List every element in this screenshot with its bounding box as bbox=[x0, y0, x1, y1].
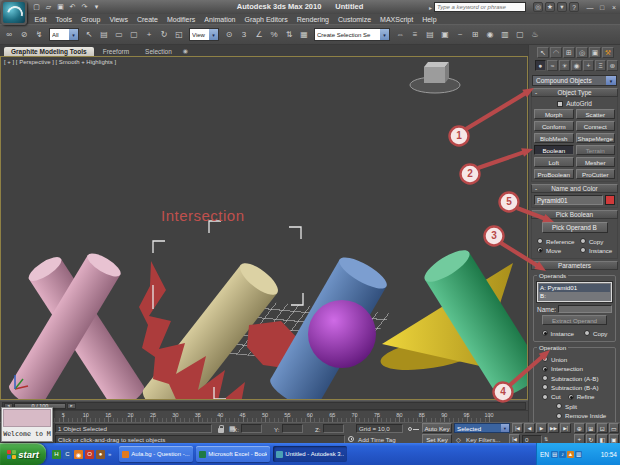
menu-graph-editors[interactable]: Graph Editors bbox=[240, 16, 292, 23]
3ds-max-logo[interactable] bbox=[1, 0, 27, 25]
start-button[interactable]: start bbox=[0, 443, 46, 465]
object-type-mesher-button[interactable]: Mesher bbox=[576, 157, 616, 167]
search-input[interactable] bbox=[434, 2, 526, 12]
clock[interactable]: 10:54 bbox=[601, 451, 617, 458]
quick-launch-1-icon[interactable]: H bbox=[52, 450, 61, 459]
menu-create[interactable]: Create bbox=[132, 16, 162, 23]
hierarchy-tab-icon[interactable]: ⊞ bbox=[563, 47, 575, 58]
menu-edit[interactable]: Edit bbox=[30, 16, 51, 23]
category-dropdown[interactable]: Compound Objects ▾ bbox=[532, 75, 617, 86]
search-communication-icon[interactable]: ◎ bbox=[533, 2, 543, 12]
reference-coordinate-dropdown[interactable]: View▾ bbox=[189, 28, 219, 41]
new-file-icon[interactable]: ▢ bbox=[31, 1, 42, 12]
menu-maxscript[interactable]: MAXScript bbox=[376, 16, 418, 23]
dropdown-arrow-icon[interactable]: ▾ bbox=[380, 29, 389, 40]
operation-cut[interactable]: Cut bbox=[542, 393, 561, 402]
material-editor-icon[interactable]: ◉ bbox=[483, 27, 497, 43]
spinner-snap-icon[interactable]: ⇅ bbox=[282, 27, 296, 43]
collapse-icon[interactable]: - bbox=[535, 262, 537, 270]
minimize-button[interactable]: — bbox=[586, 4, 594, 11]
object-type-blobmesh-button[interactable]: BlobMesh bbox=[534, 133, 574, 143]
keyframe-icon[interactable]: ◇ bbox=[456, 436, 461, 443]
language-indicator[interactable]: EN bbox=[540, 451, 549, 458]
zoom-all-icon[interactable]: ⊞ bbox=[586, 423, 597, 433]
dropdown-arrow-icon[interactable]: ▾ bbox=[69, 29, 78, 40]
isolate-key-icon[interactable] bbox=[408, 427, 412, 431]
cut-split[interactable]: Split bbox=[556, 402, 611, 411]
collapse-icon[interactable]: - bbox=[535, 211, 537, 219]
motion-tab-icon[interactable]: ◎ bbox=[576, 47, 588, 58]
ribbon-tab-selection[interactable]: Selection bbox=[138, 47, 179, 56]
object-type-terrain-button[interactable]: Terrain bbox=[576, 145, 616, 155]
parameters-header[interactable]: - Parameters bbox=[531, 261, 618, 270]
zoom-icon[interactable]: ⊕ bbox=[574, 423, 585, 433]
help-icon[interactable]: ? bbox=[569, 2, 579, 12]
operands-listbox[interactable]: A: Pyramid01B: bbox=[537, 282, 612, 302]
render-production-icon[interactable]: ♨ bbox=[528, 27, 542, 43]
ribbon-tab-freeform[interactable]: Freeform bbox=[96, 47, 136, 56]
object-type-shapemerge-button[interactable]: ShapeMerge bbox=[576, 133, 616, 143]
infocenter-dropdown-icon[interactable]: ▾ bbox=[557, 2, 567, 12]
close-button[interactable]: × bbox=[610, 4, 618, 11]
network-tray-icon[interactable]: ▥ bbox=[575, 451, 582, 458]
quick-launch-2-icon[interactable]: C bbox=[63, 450, 72, 459]
menu-customize[interactable]: Customize bbox=[333, 16, 375, 23]
create-tab-icon[interactable]: ↖ bbox=[537, 47, 549, 58]
shapes-category-icon[interactable]: ≈ bbox=[547, 60, 558, 71]
select-and-link-icon[interactable]: ∞ bbox=[2, 27, 16, 43]
object-type-connect-button[interactable]: Connect bbox=[576, 121, 616, 131]
selection-lock-icon[interactable] bbox=[218, 428, 224, 433]
volume-tray-icon[interactable]: ♪ bbox=[559, 451, 566, 458]
quick-launch-expand-icon[interactable]: » bbox=[108, 451, 111, 457]
y-field[interactable] bbox=[282, 424, 303, 433]
modify-tab-icon[interactable]: ◠ bbox=[550, 47, 562, 58]
track-bar[interactable]: ▦ 51015202530354045505560657075808590951… bbox=[0, 410, 528, 422]
menu-modifiers[interactable]: Modifiers bbox=[162, 16, 199, 23]
object-name-field[interactable]: Pyramid01 bbox=[534, 195, 603, 205]
pick-operand-b-button[interactable]: Pick Operand B bbox=[542, 222, 608, 233]
viewcube[interactable] bbox=[410, 62, 460, 93]
select-and-rotate-icon[interactable]: ↻ bbox=[157, 27, 171, 43]
search-arrow-icon[interactable]: ▸ bbox=[427, 4, 434, 11]
selection-set-dropdown[interactable]: Create Selection Se▾ bbox=[314, 28, 390, 41]
operand-row-a[interactable]: A: Pyramid01 bbox=[539, 284, 610, 292]
purple-sphere[interactable] bbox=[308, 300, 376, 368]
select-and-scale-icon[interactable]: ◱ bbox=[172, 27, 186, 43]
helpers-category-icon[interactable]: + bbox=[583, 60, 594, 71]
ribbon-tab-graphite-modeling-tools[interactable]: Graphite Modeling Tools bbox=[4, 47, 94, 56]
cut-refine[interactable]: Refine bbox=[568, 393, 595, 402]
auto-key-button[interactable]: Auto Key bbox=[422, 423, 452, 433]
keyboard-tray-icon[interactable]: ▤ bbox=[551, 451, 558, 458]
quick-access-dropdown-icon[interactable]: ▾ bbox=[91, 1, 102, 12]
extract-copy[interactable]: Copy bbox=[584, 329, 607, 337]
perspective-viewport[interactable]: [ + ] [ Perspective ] [ Smooth + Highlig… bbox=[0, 56, 528, 400]
menu-tools[interactable]: Tools bbox=[51, 16, 76, 23]
cameras-category-icon[interactable]: ◉ bbox=[571, 60, 582, 71]
object-type-conform-button[interactable]: Conform bbox=[534, 121, 574, 131]
mirror-icon[interactable]: ⇔ bbox=[393, 27, 407, 43]
schematic-view-icon[interactable]: ⊞ bbox=[468, 27, 482, 43]
play-button[interactable]: ▶ bbox=[536, 423, 547, 433]
lights-category-icon[interactable]: ☀ bbox=[559, 60, 570, 71]
taskbar-task-excel[interactable]: Microsoft Excel - Book1 bbox=[196, 446, 270, 462]
object-type-procutter-button[interactable]: ProCutter bbox=[576, 169, 616, 179]
select-object-icon[interactable]: ↖ bbox=[82, 27, 96, 43]
layer-manager-icon[interactable]: ▤ bbox=[423, 27, 437, 43]
window-crossing-icon[interactable]: ▢ bbox=[127, 27, 141, 43]
menu-rendering[interactable]: Rendering bbox=[292, 16, 333, 23]
add-time-tag[interactable]: Add Time Tag bbox=[358, 436, 396, 443]
curve-editor-icon[interactable]: ~ bbox=[453, 27, 467, 43]
x-field[interactable] bbox=[241, 424, 262, 433]
rendered-frame-icon[interactable]: ▢ bbox=[513, 27, 527, 43]
key-mode-dropdown[interactable]: Selected ▾ bbox=[454, 423, 510, 433]
unlink-selection-icon[interactable]: ⊘ bbox=[17, 27, 31, 43]
previous-frame-button[interactable]: ◀ bbox=[524, 423, 535, 433]
quick-launch-3-icon[interactable]: ◉ bbox=[74, 450, 83, 459]
menu-animation[interactable]: Animation bbox=[200, 16, 240, 23]
dropdown-arrow-icon[interactable]: ▾ bbox=[501, 424, 509, 432]
save-file-icon[interactable]: ▣ bbox=[55, 1, 66, 12]
bind-to-space-warp-icon[interactable]: ↯ bbox=[32, 27, 46, 43]
open-file-icon[interactable]: ▱ bbox=[43, 1, 54, 12]
align-icon[interactable]: ≡ bbox=[408, 27, 422, 43]
welcome-window[interactable]: Welcome to M bbox=[1, 407, 53, 442]
